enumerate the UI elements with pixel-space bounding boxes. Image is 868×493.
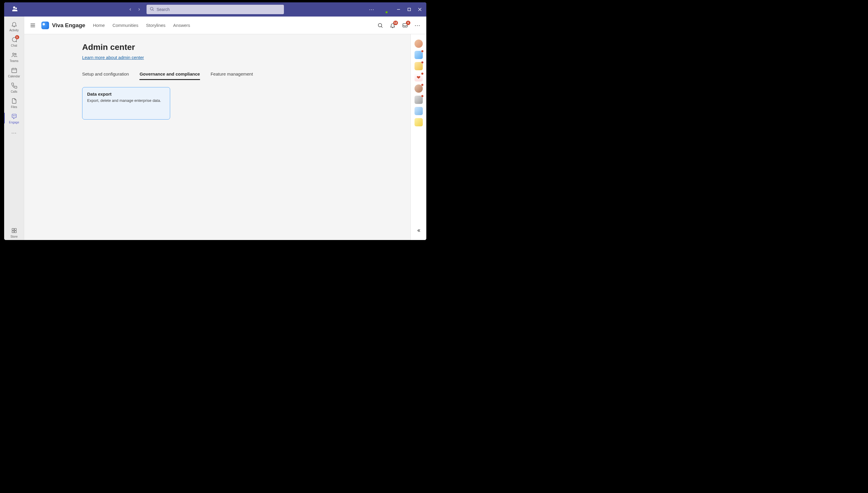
people-chip-4[interactable] xyxy=(414,84,423,93)
svg-point-12 xyxy=(13,115,14,116)
titlebar-right: ··· xyxy=(369,5,426,14)
forward-button[interactable] xyxy=(137,7,142,12)
rail-item-chat[interactable]: 1 Chat xyxy=(4,34,24,49)
nav-storylines[interactable]: Storylines xyxy=(146,23,165,28)
rail-item-teams[interactable]: Teams xyxy=(4,49,24,64)
phone-icon xyxy=(11,82,18,89)
tab-setup[interactable]: Setup and configuration xyxy=(82,69,129,80)
rail-label: Engage xyxy=(9,121,19,124)
hamburger-button[interactable] xyxy=(29,22,36,29)
bell-icon xyxy=(11,20,18,28)
close-button[interactable] xyxy=(417,7,422,12)
file-icon xyxy=(11,97,18,105)
rail-label: Files xyxy=(11,105,17,109)
people-chip-6[interactable] xyxy=(414,107,423,115)
global-search[interactable] xyxy=(147,5,284,14)
rail-item-engage[interactable]: Engage xyxy=(4,110,24,126)
header-more-button[interactable]: ··· xyxy=(414,22,421,29)
admin-center-page: Admin center Learn more about admin cent… xyxy=(82,43,377,120)
header-inbox-button[interactable]: 5 xyxy=(401,22,409,29)
svg-rect-8 xyxy=(12,68,17,73)
nav-answers[interactable]: Answers xyxy=(173,23,190,28)
status-dot-icon xyxy=(421,50,423,52)
cards-row: Data export Export, delete and manage en… xyxy=(82,87,377,120)
engage-icon xyxy=(11,112,18,120)
svg-line-1 xyxy=(153,10,153,10)
rail-more-button[interactable]: ··· xyxy=(4,126,24,140)
me-avatar[interactable] xyxy=(380,5,388,14)
status-dot-icon xyxy=(421,95,423,98)
rail-item-calendar[interactable]: Calendar xyxy=(4,64,24,80)
engage-brand[interactable]: Viva Engage xyxy=(41,22,85,29)
nav-home[interactable]: Home xyxy=(93,23,105,28)
status-dot-icon xyxy=(421,72,423,75)
app-window: ··· Activity 1 xyxy=(4,2,426,240)
rail-label: Calls xyxy=(11,90,17,93)
people-chip-0[interactable] xyxy=(414,40,423,48)
admin-tabs: Setup and configuration Governance and c… xyxy=(82,69,377,80)
notifications-badge: 12 xyxy=(393,21,398,25)
people-chip-5[interactable] xyxy=(414,95,423,104)
svg-point-7 xyxy=(15,53,16,55)
back-button[interactable] xyxy=(128,7,133,12)
search-input[interactable] xyxy=(157,7,281,12)
chat-icon: 1 xyxy=(11,36,18,43)
learn-more-link[interactable]: Learn more about admin center xyxy=(82,55,144,60)
people-chip-1[interactable] xyxy=(414,51,423,59)
card-title: Data export xyxy=(87,91,165,97)
calendar-icon xyxy=(11,66,18,74)
people-rail-collapse-button[interactable] xyxy=(414,227,423,235)
svg-point-13 xyxy=(15,115,15,116)
people-chip-3[interactable]: ❤ xyxy=(414,73,423,82)
rail-item-calls[interactable]: Calls xyxy=(4,80,24,95)
rail-label: Chat xyxy=(11,44,17,47)
header-search-button[interactable] xyxy=(377,22,384,29)
rail-item-store[interactable]: Store xyxy=(4,224,24,240)
status-dot-icon xyxy=(421,61,423,64)
viva-engage-logo-icon xyxy=(41,22,49,29)
teams-app-icon[interactable] xyxy=(4,6,24,13)
app-rail: Activity 1 Chat Teams Calendar xyxy=(4,17,24,240)
store-icon xyxy=(11,227,18,234)
minimize-button[interactable] xyxy=(396,7,401,12)
search-icon xyxy=(149,6,154,13)
tab-feature-management[interactable]: Feature management xyxy=(211,69,253,80)
svg-rect-17 xyxy=(14,231,16,233)
people-chip-7[interactable] xyxy=(414,118,423,126)
svg-rect-14 xyxy=(12,229,14,230)
rail-label: Store xyxy=(11,235,18,238)
main-row: Activity 1 Chat Teams Calendar xyxy=(4,17,426,240)
presence-available-icon xyxy=(385,10,388,14)
svg-point-0 xyxy=(150,7,153,10)
engage-header-right: 12 5 ··· xyxy=(377,22,421,29)
settings-more-button[interactable]: ··· xyxy=(369,6,374,13)
status-dot-icon xyxy=(421,84,423,86)
rail-label: Calendar xyxy=(8,75,20,78)
engage-title: Viva Engage xyxy=(52,22,85,29)
rail-item-files[interactable]: Files xyxy=(4,95,24,110)
card-data-export[interactable]: Data export Export, delete and manage en… xyxy=(82,87,170,120)
people-icon xyxy=(11,51,18,59)
chat-badge: 1 xyxy=(15,35,19,39)
maximize-button[interactable] xyxy=(407,7,412,12)
engage-nav: Home Communities Storylines Answers xyxy=(93,23,190,28)
engage-body: Admin center Learn more about admin cent… xyxy=(24,34,426,240)
engage-header: Viva Engage Home Communities Storylines … xyxy=(24,17,426,34)
header-notifications-button[interactable]: 12 xyxy=(389,22,396,29)
svg-rect-3 xyxy=(408,8,411,11)
teams-logo-icon xyxy=(11,6,17,13)
rail-label: Activity xyxy=(9,29,19,32)
nav-communities[interactable]: Communities xyxy=(112,23,139,28)
titlebar: ··· xyxy=(4,2,426,17)
people-chip-2[interactable] xyxy=(414,62,423,70)
tab-governance[interactable]: Governance and compliance xyxy=(140,69,200,80)
card-desc: Export, delete and manage enterprise dat… xyxy=(87,98,165,103)
svg-rect-16 xyxy=(12,231,14,233)
inbox-badge: 5 xyxy=(406,21,410,25)
history-nav xyxy=(128,7,142,12)
svg-point-6 xyxy=(13,53,14,55)
rail-item-activity[interactable]: Activity xyxy=(4,18,24,34)
svg-line-22 xyxy=(381,26,383,27)
content-area: Viva Engage Home Communities Storylines … xyxy=(24,17,426,240)
page-title: Admin center xyxy=(82,43,377,52)
